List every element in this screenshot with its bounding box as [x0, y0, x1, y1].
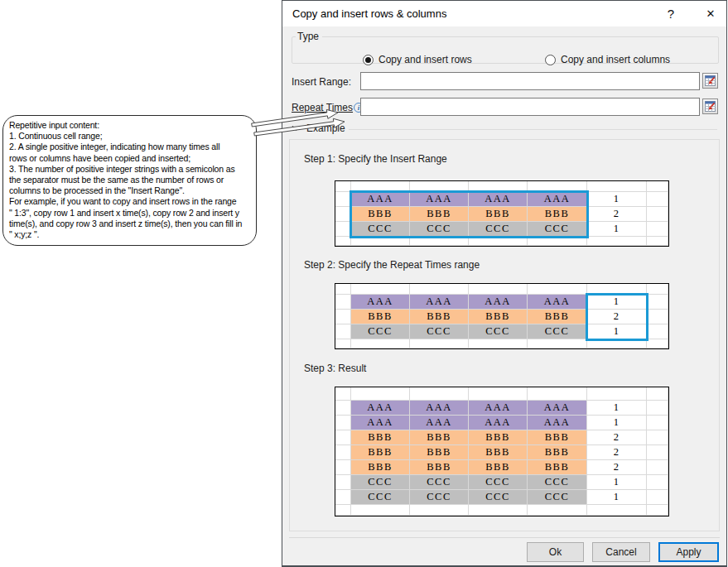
sheet-cell: AAA [351, 401, 410, 416]
sheet-cell [335, 284, 351, 295]
sheet-cell: BBB [469, 430, 528, 445]
sheet-cell [335, 445, 351, 460]
sheet-cell: AAA [528, 295, 587, 310]
insert-range-input[interactable] [360, 72, 700, 90]
sheet-cell [469, 181, 528, 192]
sheet-cell: BBB [410, 207, 469, 222]
sheet-cell: BBB [469, 207, 528, 222]
sheet-cell [528, 339, 587, 348]
repeat-times-input[interactable] [360, 98, 700, 116]
sheet-cell [335, 324, 351, 339]
cancel-button[interactable]: Cancel [592, 542, 650, 562]
sheet-cell [351, 237, 410, 246]
sheet-cell: AAA [410, 401, 469, 416]
ok-button[interactable]: Ok [527, 542, 584, 562]
sheet-cell [647, 401, 668, 416]
sheet-cell: CCC [469, 222, 528, 237]
sheet-cell [335, 181, 351, 192]
example-sheet-step2: AAAAAAAAAAAA1BBBBBBBBBBBB2CCCCCCCCCCCC1 [335, 283, 669, 349]
sheet-cell: 1 [587, 324, 647, 339]
sheet-cell: CCC [351, 324, 410, 339]
tooltip-balloon: Repetitive input content: 1. Continuous … [2, 115, 257, 246]
sheet-cell: 1 [587, 401, 647, 416]
sheet-cell: CCC [528, 222, 587, 237]
sheet-cell [647, 207, 668, 222]
sheet-cell: BBB [351, 445, 410, 460]
sheet-cell: 2 [587, 430, 647, 445]
radio-copy-insert-columns[interactable]: Copy and insert columns [545, 54, 670, 65]
insert-range-label: Insert Range: [292, 76, 351, 88]
sheet-cell: AAA [528, 416, 587, 430]
sheet-cell: 1 [587, 222, 647, 237]
sheet-cell [335, 430, 351, 445]
sheet-cell [351, 284, 410, 295]
sheet-cell [351, 339, 410, 348]
sheet-cell [528, 237, 587, 246]
sheet-cell: BBB [351, 310, 410, 324]
sheet-cell: CCC [528, 324, 587, 339]
apply-button[interactable]: Apply [658, 542, 719, 562]
sheet-cell: 2 [587, 460, 647, 475]
radio-label: Copy and insert rows [378, 54, 472, 65]
sheet-cell: 2 [587, 207, 647, 222]
sheet-cell: AAA [528, 401, 587, 416]
example-separator [349, 129, 717, 130]
range-picker-icon [705, 75, 716, 86]
sheet-cell [469, 284, 528, 295]
sheet-cell [647, 339, 668, 348]
sheet-cell: AAA [469, 295, 528, 310]
radio-dot-icon [363, 55, 374, 65]
type-group: Type Copy and insert rows Copy and inser… [292, 31, 719, 64]
close-button[interactable]: ✕ [700, 1, 721, 26]
sheet-cell [528, 505, 587, 516]
insert-range-picker-button[interactable] [702, 73, 718, 89]
sheet-cell [647, 505, 668, 516]
sheet-cell: 1 [587, 416, 647, 430]
sheet-cell [335, 460, 351, 475]
repeat-times-picker-button[interactable] [702, 99, 718, 114]
sheet-cell [410, 339, 469, 348]
help-button[interactable]: ? [661, 1, 681, 26]
sheet-cell: 1 [587, 192, 647, 207]
sheet-cell: AAA [469, 192, 528, 207]
sheet-cell: 1 [587, 295, 647, 310]
titlebar: Copy and insert rows & columns ? ✕ [282, 1, 726, 26]
sheet-cell: CCC [410, 490, 469, 505]
sheet-cell [410, 237, 469, 246]
sheet-cell: BBB [410, 430, 469, 445]
sheet-cell [587, 387, 647, 401]
radio-copy-insert-rows[interactable]: Copy and insert rows [363, 54, 472, 65]
sheet-cell [335, 310, 351, 324]
sheet-cell [335, 192, 351, 207]
sheet-cell [587, 505, 647, 516]
sheet-cell: BBB [469, 310, 528, 324]
sheet-cell [335, 490, 351, 505]
sheet-cell: 2 [587, 310, 647, 324]
sheet-cell [335, 505, 351, 516]
sheet-cell: CCC [469, 324, 528, 339]
sheet-cell: BBB [469, 445, 528, 460]
sheet-cell [469, 339, 528, 348]
sheet-cell: CCC [528, 475, 587, 490]
sheet-cell: BBB [410, 460, 469, 475]
sheet-cell [647, 310, 668, 324]
sheet-cell: BBB [528, 445, 587, 460]
step3-title: Step 3: Result [304, 363, 366, 374]
sheet-cell: AAA [469, 401, 528, 416]
sheet-cell: BBB [528, 207, 587, 222]
sheet-cell [647, 445, 668, 460]
sheet-cell [335, 387, 351, 401]
sheet-cell: CCC [410, 324, 469, 339]
sheet-cell: CCC [528, 490, 587, 505]
sheet-cell: AAA [469, 416, 528, 430]
sheet-cell [587, 284, 647, 295]
sheet-cell [410, 181, 469, 192]
sheet-cell: BBB [410, 310, 469, 324]
sheet-cell [410, 284, 469, 295]
sheet-cell [469, 237, 528, 246]
sheet-cell: CCC [410, 222, 469, 237]
sheet-cell [647, 192, 668, 207]
sheet-cell [647, 237, 668, 246]
sheet-cell: BBB [528, 460, 587, 475]
example-sheet-step3: AAAAAAAAAAAA1AAAAAAAAAAAA1BBBBBBBBBBBB2B… [335, 387, 669, 517]
